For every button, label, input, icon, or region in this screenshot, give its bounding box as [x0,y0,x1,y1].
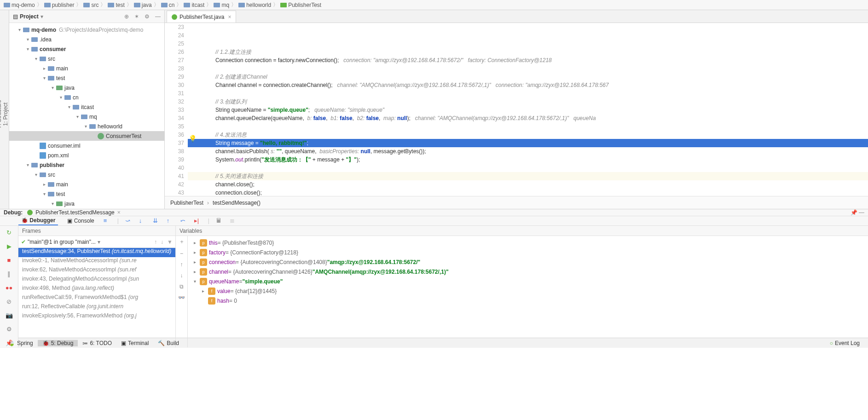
up-watch-icon[interactable]: ↑ [180,261,183,268]
next-frame-icon[interactable]: ↓ [161,239,163,245]
code-editor[interactable]: 2324252627282930313233343536373839404142… [165,23,868,196]
tree-item[interactable]: ▾src [9,54,164,63]
code-line-39[interactable]: channel.close(); [188,180,868,189]
status-item[interactable]: 🐞5: Debug [38,340,78,346]
tree-item[interactable]: ▾test [9,189,164,199]
tree-item[interactable]: ▾java [9,83,164,92]
code-line-34[interactable]: String message = "hello, rabbitmq!"; [188,139,868,147]
code-line-25[interactable] [188,64,868,73]
breadcrumb-item[interactable]: test [116,2,124,8]
side-tab-structure[interactable]: 7: Structure [0,100,2,128]
debugger-tab[interactable]: 🐞 Debugger [18,216,58,225]
dropdown-icon[interactable]: ▾ [98,239,100,245]
project-tree[interactable]: ▾mq-demoG:\Projects\IdeaProjects\mq-demo… [9,23,164,209]
status-item[interactable]: 🔨Build [153,340,184,346]
step-over-icon[interactable]: ⤻ [125,217,133,224]
breadcrumb-item[interactable]: helloworld [246,2,271,8]
stack-frame[interactable]: testSendMessage:34, PublisherTest (cn.it… [18,248,175,257]
breadcrumb-item[interactable]: publisher [52,2,75,8]
breadcrumb-item[interactable]: java [142,2,152,8]
tree-root[interactable]: ▾mq-demoG:\Projects\IdeaProjects\mq-demo [9,25,164,35]
thread-selector[interactable]: ✔ "main"@1 in group "main"... ▾ ↑ ↓ ▼ [18,236,175,248]
hide-icon[interactable]: — [155,13,161,20]
status-item[interactable]: ▣Terminal [116,340,153,346]
prev-frame-icon[interactable]: ↑ [154,239,157,245]
get-thread-dump-icon[interactable]: 📷 [5,311,14,320]
settings-debug-icon[interactable]: ⚙ [5,324,14,334]
frames-mode-icon[interactable]: ≡ [104,217,111,224]
close-debug-tab-icon[interactable]: × [117,209,121,216]
tree-item[interactable]: consumer.iml [9,141,164,150]
status-item[interactable]: ≔6: TODO [78,340,116,346]
code-line-37[interactable] [188,164,868,172]
locate-icon[interactable]: ⊕ [124,13,129,20]
variable-row[interactable]: ▾pqueueName = "simple.queue" [188,276,868,286]
variable-row[interactable]: ▸pthis = {PublisherTest@870} [188,238,868,247]
remove-watch-icon[interactable]: − [180,250,183,257]
code-line-23[interactable]: // 1.2.建立连接 [188,48,868,56]
breadcrumb-item[interactable]: mq-demo [12,2,35,8]
variable-row[interactable]: ▸pchannel = {AutorecoveringChannel@1426}… [188,267,868,276]
tree-item[interactable]: ▸main [9,179,164,189]
stack-frame[interactable]: invoke:62, NativeMethodAccessorImpl (sun… [18,266,175,276]
rerun-icon[interactable]: ↻ [5,228,14,237]
nav-method[interactable]: testSendMessage() [213,200,260,206]
code-line-31[interactable]: channel.queueDeclare(queueName, b: false… [188,114,868,122]
show-watches-icon[interactable]: 👓 [178,294,185,301]
resume-icon[interactable]: ▶ [5,242,14,251]
stack-frame[interactable]: invoke:498, Method (java.lang.reflect) [18,285,175,294]
code-line-29[interactable]: // 3.创建队列 [188,98,868,106]
code-line-33[interactable]: // 4.发送消息 [188,131,868,139]
status-event-log[interactable]: ○ Event Log [825,340,864,346]
code-line-35[interactable]: channel.basicPublish( s: "", queueName, … [188,147,868,155]
status-item[interactable]: 🍃Spring [4,340,38,346]
tree-item[interactable]: ▾helloworld [9,121,164,131]
tree-item[interactable]: ConsumerTest [9,131,164,141]
drop-frame-icon[interactable]: ⤺ [180,217,188,224]
run-to-cursor-icon[interactable]: ▸| [194,217,202,224]
pause-icon[interactable]: ‖ [5,269,14,278]
project-dropdown-icon[interactable]: ▾ [41,13,43,20]
variable-row[interactable]: ▸pfactory = {ConnectionFactory@1218} [188,247,868,257]
variable-row[interactable]: ▸fvalue = {char[12]@1445} [188,286,868,296]
tree-item[interactable]: ▾mq [9,112,164,121]
new-watch-icon[interactable]: ＋ [179,238,185,246]
pin-icon[interactable]: 📌 — [851,209,864,216]
close-tab-icon[interactable]: × [228,14,231,20]
down-watch-icon[interactable]: ↓ [180,272,183,279]
breadcrumb-item[interactable]: PublisherTest [288,2,321,8]
breadcrumb-item[interactable]: mq [221,2,229,8]
code-line-26[interactable]: // 2.创建通道Channel [188,73,868,81]
code-line-40[interactable]: connection.close(); [188,189,868,196]
expand-icon[interactable]: ✶ [134,13,139,20]
code-line-30[interactable]: String queueName = "simple.queue"; queue… [188,106,868,114]
tree-item[interactable]: ▾java [9,199,164,208]
breadcrumb-item[interactable]: src [91,2,98,8]
intention-bulb-icon[interactable]: 💡 [189,134,197,143]
code-line-38[interactable]: // 5.关闭通道和连接 [188,172,868,180]
stack-frame[interactable]: run:12, ReflectiveCallable (org.junit.in… [18,303,175,312]
stack-frame[interactable]: invoke0:-1, NativeMethodAccessorImpl (su… [18,257,175,266]
console-tab[interactable]: ▣ Console [64,217,97,225]
evaluate-icon[interactable]: 🖩 [216,217,223,224]
step-out-icon[interactable]: ↑ [167,217,174,224]
tree-item[interactable]: ▾.idea [9,35,164,44]
side-tab-project[interactable]: 1: Project [2,103,9,126]
trace-icon[interactable]: ≣ [230,217,237,224]
stop-icon[interactable]: ■ [5,255,14,265]
code-line-28[interactable] [188,89,868,98]
editor-tab-publishertest[interactable]: PublisherTest.java × [167,11,236,23]
code-line-27[interactable]: Channel channel = connection.createChann… [188,81,868,89]
stack-frame[interactable]: invoke:43, DelegatingMethodAccessorImpl … [18,276,175,285]
code-line-36[interactable]: System.out.println("发送消息成功：【" + message … [188,155,868,164]
tree-item[interactable]: ▾itcast [9,102,164,112]
filter-frames-icon[interactable]: ▼ [167,239,173,245]
breadcrumb-item[interactable]: cn [169,2,175,8]
tree-item[interactable]: pom.xml [9,150,164,160]
breadcrumb-item[interactable]: itcast [191,2,204,8]
step-into-icon[interactable]: ↓ [139,217,146,224]
view-breakpoints-icon[interactable]: ●● [5,283,14,292]
variable-row[interactable]: fhash = 0 [188,296,868,305]
settings-icon[interactable]: ⚙ [145,13,150,20]
editor-breadcrumb[interactable]: PublisherTest › testSendMessage() [165,196,868,209]
